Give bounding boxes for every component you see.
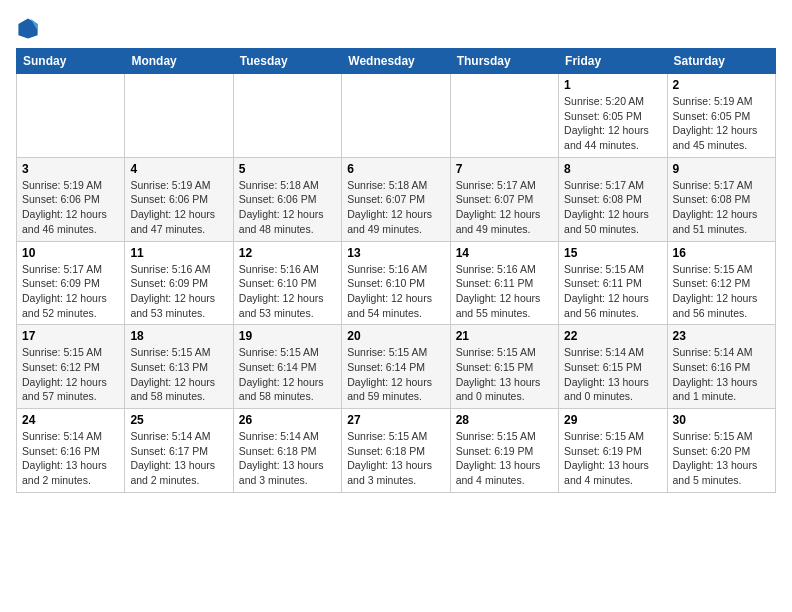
- calendar-week-row: 24Sunrise: 5:14 AM Sunset: 6:16 PM Dayli…: [17, 409, 776, 493]
- day-info: Sunrise: 5:14 AM Sunset: 6:18 PM Dayligh…: [239, 429, 336, 488]
- day-info: Sunrise: 5:14 AM Sunset: 6:15 PM Dayligh…: [564, 345, 661, 404]
- day-number: 29: [564, 413, 661, 427]
- day-info: Sunrise: 5:17 AM Sunset: 6:09 PM Dayligh…: [22, 262, 119, 321]
- calendar-cell: 14Sunrise: 5:16 AM Sunset: 6:11 PM Dayli…: [450, 241, 558, 325]
- calendar-cell: 25Sunrise: 5:14 AM Sunset: 6:17 PM Dayli…: [125, 409, 233, 493]
- day-info: Sunrise: 5:16 AM Sunset: 6:10 PM Dayligh…: [239, 262, 336, 321]
- calendar-cell: 24Sunrise: 5:14 AM Sunset: 6:16 PM Dayli…: [17, 409, 125, 493]
- day-info: Sunrise: 5:15 AM Sunset: 6:14 PM Dayligh…: [347, 345, 444, 404]
- day-number: 18: [130, 329, 227, 343]
- calendar-cell: 7Sunrise: 5:17 AM Sunset: 6:07 PM Daylig…: [450, 157, 558, 241]
- page-header: [16, 16, 776, 40]
- day-number: 1: [564, 78, 661, 92]
- calendar-cell: 30Sunrise: 5:15 AM Sunset: 6:20 PM Dayli…: [667, 409, 775, 493]
- day-number: 8: [564, 162, 661, 176]
- calendar-cell: [17, 74, 125, 158]
- day-info: Sunrise: 5:19 AM Sunset: 6:05 PM Dayligh…: [673, 94, 770, 153]
- day-info: Sunrise: 5:20 AM Sunset: 6:05 PM Dayligh…: [564, 94, 661, 153]
- day-number: 13: [347, 246, 444, 260]
- weekday-header-row: SundayMondayTuesdayWednesdayThursdayFrid…: [17, 49, 776, 74]
- weekday-header-wednesday: Wednesday: [342, 49, 450, 74]
- calendar-week-row: 1Sunrise: 5:20 AM Sunset: 6:05 PM Daylig…: [17, 74, 776, 158]
- calendar-cell: 9Sunrise: 5:17 AM Sunset: 6:08 PM Daylig…: [667, 157, 775, 241]
- calendar-week-row: 10Sunrise: 5:17 AM Sunset: 6:09 PM Dayli…: [17, 241, 776, 325]
- day-info: Sunrise: 5:15 AM Sunset: 6:18 PM Dayligh…: [347, 429, 444, 488]
- calendar-cell: 4Sunrise: 5:19 AM Sunset: 6:06 PM Daylig…: [125, 157, 233, 241]
- day-number: 20: [347, 329, 444, 343]
- calendar-cell: 12Sunrise: 5:16 AM Sunset: 6:10 PM Dayli…: [233, 241, 341, 325]
- day-number: 30: [673, 413, 770, 427]
- calendar-cell: 21Sunrise: 5:15 AM Sunset: 6:15 PM Dayli…: [450, 325, 558, 409]
- day-number: 10: [22, 246, 119, 260]
- day-info: Sunrise: 5:17 AM Sunset: 6:07 PM Dayligh…: [456, 178, 553, 237]
- calendar-cell: 6Sunrise: 5:18 AM Sunset: 6:07 PM Daylig…: [342, 157, 450, 241]
- day-info: Sunrise: 5:19 AM Sunset: 6:06 PM Dayligh…: [130, 178, 227, 237]
- calendar-cell: [450, 74, 558, 158]
- day-info: Sunrise: 5:15 AM Sunset: 6:13 PM Dayligh…: [130, 345, 227, 404]
- day-number: 22: [564, 329, 661, 343]
- day-number: 14: [456, 246, 553, 260]
- day-number: 6: [347, 162, 444, 176]
- day-number: 23: [673, 329, 770, 343]
- day-info: Sunrise: 5:14 AM Sunset: 6:17 PM Dayligh…: [130, 429, 227, 488]
- day-number: 27: [347, 413, 444, 427]
- day-info: Sunrise: 5:17 AM Sunset: 6:08 PM Dayligh…: [564, 178, 661, 237]
- weekday-header-friday: Friday: [559, 49, 667, 74]
- calendar-table: SundayMondayTuesdayWednesdayThursdayFrid…: [16, 48, 776, 493]
- day-info: Sunrise: 5:16 AM Sunset: 6:09 PM Dayligh…: [130, 262, 227, 321]
- calendar-cell: 26Sunrise: 5:14 AM Sunset: 6:18 PM Dayli…: [233, 409, 341, 493]
- day-number: 12: [239, 246, 336, 260]
- calendar-cell: 23Sunrise: 5:14 AM Sunset: 6:16 PM Dayli…: [667, 325, 775, 409]
- day-info: Sunrise: 5:17 AM Sunset: 6:08 PM Dayligh…: [673, 178, 770, 237]
- calendar-cell: 16Sunrise: 5:15 AM Sunset: 6:12 PM Dayli…: [667, 241, 775, 325]
- calendar-cell: 5Sunrise: 5:18 AM Sunset: 6:06 PM Daylig…: [233, 157, 341, 241]
- day-number: 3: [22, 162, 119, 176]
- day-number: 5: [239, 162, 336, 176]
- calendar-cell: 19Sunrise: 5:15 AM Sunset: 6:14 PM Dayli…: [233, 325, 341, 409]
- calendar-cell: 2Sunrise: 5:19 AM Sunset: 6:05 PM Daylig…: [667, 74, 775, 158]
- logo: [16, 16, 44, 40]
- day-number: 9: [673, 162, 770, 176]
- day-number: 24: [22, 413, 119, 427]
- day-info: Sunrise: 5:15 AM Sunset: 6:15 PM Dayligh…: [456, 345, 553, 404]
- day-number: 4: [130, 162, 227, 176]
- day-number: 26: [239, 413, 336, 427]
- calendar-cell: 28Sunrise: 5:15 AM Sunset: 6:19 PM Dayli…: [450, 409, 558, 493]
- day-info: Sunrise: 5:16 AM Sunset: 6:10 PM Dayligh…: [347, 262, 444, 321]
- day-number: 7: [456, 162, 553, 176]
- calendar-cell: 29Sunrise: 5:15 AM Sunset: 6:19 PM Dayli…: [559, 409, 667, 493]
- calendar-cell: 11Sunrise: 5:16 AM Sunset: 6:09 PM Dayli…: [125, 241, 233, 325]
- logo-icon: [16, 16, 40, 40]
- weekday-header-monday: Monday: [125, 49, 233, 74]
- day-number: 2: [673, 78, 770, 92]
- svg-marker-0: [18, 18, 37, 38]
- day-number: 16: [673, 246, 770, 260]
- day-number: 19: [239, 329, 336, 343]
- day-info: Sunrise: 5:19 AM Sunset: 6:06 PM Dayligh…: [22, 178, 119, 237]
- day-info: Sunrise: 5:15 AM Sunset: 6:19 PM Dayligh…: [564, 429, 661, 488]
- day-number: 25: [130, 413, 227, 427]
- day-number: 11: [130, 246, 227, 260]
- calendar-cell: 3Sunrise: 5:19 AM Sunset: 6:06 PM Daylig…: [17, 157, 125, 241]
- calendar-cell: [233, 74, 341, 158]
- day-number: 21: [456, 329, 553, 343]
- calendar-cell: 13Sunrise: 5:16 AM Sunset: 6:10 PM Dayli…: [342, 241, 450, 325]
- day-info: Sunrise: 5:18 AM Sunset: 6:07 PM Dayligh…: [347, 178, 444, 237]
- day-number: 28: [456, 413, 553, 427]
- day-info: Sunrise: 5:16 AM Sunset: 6:11 PM Dayligh…: [456, 262, 553, 321]
- day-info: Sunrise: 5:15 AM Sunset: 6:20 PM Dayligh…: [673, 429, 770, 488]
- day-info: Sunrise: 5:15 AM Sunset: 6:19 PM Dayligh…: [456, 429, 553, 488]
- calendar-cell: 20Sunrise: 5:15 AM Sunset: 6:14 PM Dayli…: [342, 325, 450, 409]
- weekday-header-sunday: Sunday: [17, 49, 125, 74]
- calendar-cell: 8Sunrise: 5:17 AM Sunset: 6:08 PM Daylig…: [559, 157, 667, 241]
- day-info: Sunrise: 5:15 AM Sunset: 6:12 PM Dayligh…: [22, 345, 119, 404]
- calendar-cell: 1Sunrise: 5:20 AM Sunset: 6:05 PM Daylig…: [559, 74, 667, 158]
- calendar-cell: 22Sunrise: 5:14 AM Sunset: 6:15 PM Dayli…: [559, 325, 667, 409]
- weekday-header-saturday: Saturday: [667, 49, 775, 74]
- calendar-cell: [342, 74, 450, 158]
- calendar-cell: [125, 74, 233, 158]
- day-info: Sunrise: 5:15 AM Sunset: 6:11 PM Dayligh…: [564, 262, 661, 321]
- day-number: 17: [22, 329, 119, 343]
- day-number: 15: [564, 246, 661, 260]
- calendar-week-row: 17Sunrise: 5:15 AM Sunset: 6:12 PM Dayli…: [17, 325, 776, 409]
